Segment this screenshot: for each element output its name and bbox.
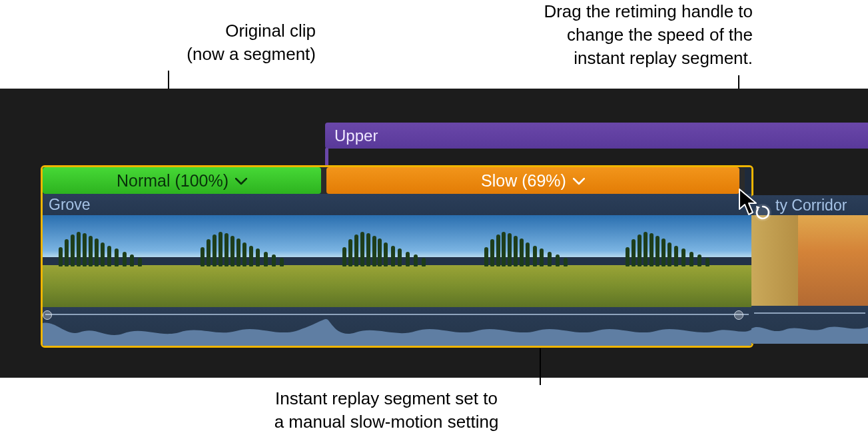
annotation-retiming-handle: Drag the retiming handle tochange the sp… xyxy=(493,0,753,70)
thumbnail xyxy=(185,215,326,307)
clip-grove[interactable]: Normal (100%) Slow (69%) Grove xyxy=(41,165,753,348)
annotation-instant-replay: Instant replay segment set toa manual sl… xyxy=(200,387,573,434)
chevron-down-icon[interactable] xyxy=(235,178,247,185)
clip-title-row: Grove xyxy=(43,194,751,215)
thumbnail xyxy=(326,215,468,307)
chevron-down-icon[interactable] xyxy=(573,178,585,185)
retime-editor-row: Normal (100%) Slow (69%) xyxy=(43,167,751,194)
retiming-handle[interactable] xyxy=(321,167,326,194)
clip-name-label: ty Corridor xyxy=(775,197,847,214)
volume-line[interactable] xyxy=(754,312,865,314)
volume-line[interactable] xyxy=(45,314,749,315)
thumbnail xyxy=(43,215,185,307)
instant-replay-icon xyxy=(753,203,772,222)
thumbnail xyxy=(610,215,751,307)
connected-clip-upper[interactable]: Upper xyxy=(325,123,868,149)
retime-segment-normal-label: Normal (100%) xyxy=(117,171,228,191)
connected-clip-label: Upper xyxy=(334,127,378,145)
thumbnail xyxy=(751,215,868,306)
thumbnail xyxy=(468,215,610,307)
audio-waveform-area[interactable] xyxy=(43,307,751,346)
audio-waveform-area[interactable] xyxy=(751,306,868,344)
waveform-icon xyxy=(43,316,751,346)
retime-segment-slow-label: Slow (69%) xyxy=(481,171,566,191)
annotation-original-clip: Original clip(now a segment) xyxy=(116,19,316,66)
retiming-handle[interactable] xyxy=(739,167,745,194)
thumbnail-filmstrip xyxy=(43,215,751,307)
page-root: Drag the retiming handle tochange the sp… xyxy=(0,0,868,443)
retime-segment-normal[interactable]: Normal (100%) xyxy=(43,167,321,194)
retime-segment-slow[interactable]: Slow (69%) xyxy=(326,167,739,194)
leader-instant-replay xyxy=(540,348,541,385)
clip-name-label: Grove xyxy=(49,196,91,213)
